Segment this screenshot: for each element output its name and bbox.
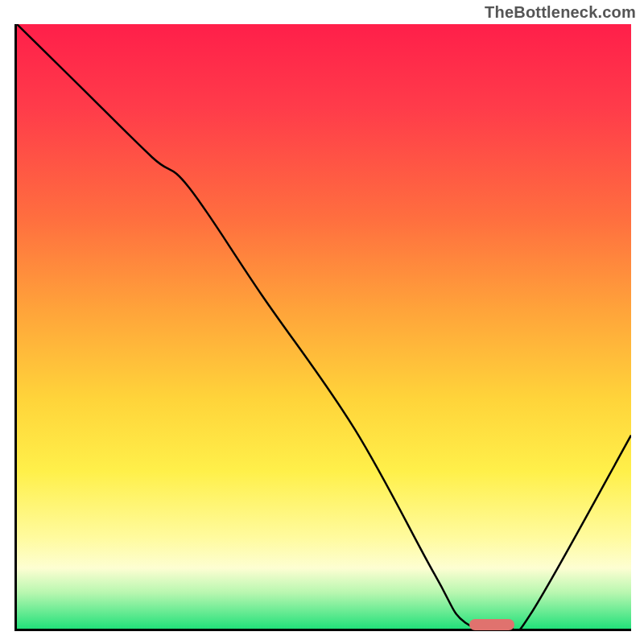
optimal-range-marker: [469, 619, 514, 630]
attribution-label: TheBottleneck.com: [485, 3, 636, 22]
bottleneck-chart: [14, 24, 631, 631]
curve-layer: [17, 24, 631, 629]
bottleneck-curve-line: [17, 24, 631, 629]
